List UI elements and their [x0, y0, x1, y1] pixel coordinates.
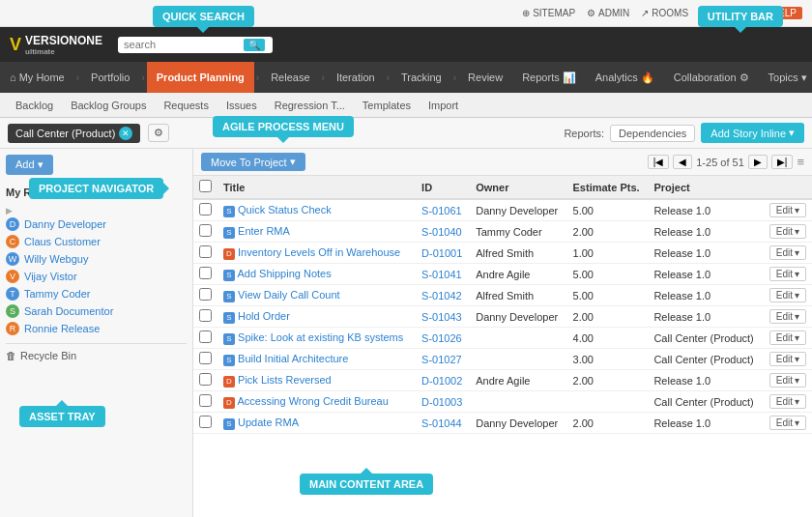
rooms-link[interactable]: ↗ ROOMS — [641, 8, 688, 18]
row-edit[interactable]: Edit ▾ — [764, 413, 812, 434]
story-link[interactable]: Add Shipping Notes — [237, 268, 331, 279]
prev-page-button[interactable]: ◀ — [673, 155, 692, 169]
nav-item-collaboration[interactable]: Collaboration ⚙ — [664, 62, 759, 93]
row-checkbox[interactable] — [193, 221, 218, 243]
edit-button[interactable]: Edit ▾ — [769, 394, 806, 409]
nav-item-iteration[interactable]: Iteration — [327, 62, 385, 93]
nav-item-release[interactable]: Release — [261, 62, 319, 93]
edit-button[interactable]: Edit ▾ — [769, 267, 806, 281]
main-nav: ⌂ My Home › Portfolio › Product Planning… — [0, 62, 812, 93]
search-button[interactable]: 🔍 — [244, 39, 265, 51]
nav-item-analytics[interactable]: Analytics 🔥 — [586, 62, 664, 93]
row-checkbox[interactable] — [193, 199, 218, 221]
move-to-project-button[interactable]: Move To Project ▾ — [201, 153, 305, 171]
row-checkbox[interactable] — [193, 285, 218, 306]
chevron-down-icon: ▾ — [795, 354, 799, 364]
row-checkbox[interactable] — [193, 349, 218, 370]
subnav-regression[interactable]: Regression T... — [267, 98, 353, 113]
row-edit[interactable]: Edit ▾ — [764, 391, 812, 413]
nav-item-tracking[interactable]: Tracking — [392, 62, 451, 93]
next-page-button[interactable]: ▶ — [748, 155, 768, 169]
row-checkbox[interactable] — [193, 391, 218, 413]
row-checkbox[interactable] — [193, 328, 218, 349]
story-link[interactable]: Accessing Wrong Credit Bureau — [237, 395, 388, 407]
story-link[interactable]: Enter RMA — [238, 225, 290, 237]
dropdown-icon: ▾ — [290, 156, 296, 168]
expand-arrow[interactable]: ▶ — [6, 206, 13, 215]
row-edit[interactable]: Edit ▾ — [764, 221, 812, 243]
edit-button[interactable]: Edit ▾ — [769, 245, 806, 260]
nav-item-portfolio[interactable]: Portfolio — [81, 62, 139, 93]
row-edit[interactable]: Edit ▾ — [764, 285, 812, 306]
user-avatar: R — [6, 322, 19, 335]
row-id: S-01040 — [416, 221, 470, 243]
subnav-backlog-groups[interactable]: Backlog Groups — [63, 98, 154, 113]
search-input[interactable] — [124, 39, 240, 50]
sidebar-user-4[interactable]: V Vijay Vistor — [6, 268, 187, 285]
dependencies-button[interactable]: Dependencies — [610, 125, 695, 142]
search-box: 🔍 — [118, 37, 273, 53]
filter-button[interactable]: ≡ — [797, 155, 804, 169]
sidebar-user-5[interactable]: T Tammy Coder — [6, 285, 187, 302]
story-link[interactable]: Inventory Levels Off in Warehouse — [238, 246, 400, 258]
subnav-backlog[interactable]: Backlog — [8, 98, 61, 113]
edit-button[interactable]: Edit ▾ — [769, 330, 806, 345]
help-link[interactable]: ? HELP — [757, 7, 802, 19]
nav-item-reports[interactable]: Reports 📊 — [512, 62, 586, 93]
last-page-button[interactable]: ▶| — [771, 155, 794, 169]
add-button[interactable]: Add ▾ — [6, 155, 53, 175]
row-checkbox[interactable] — [193, 413, 218, 434]
sidebar-user-6[interactable]: S Sarah Documentor — [6, 302, 187, 320]
row-checkbox[interactable] — [193, 264, 218, 285]
add-story-button[interactable]: Add Story Inline ▾ — [701, 123, 804, 143]
row-edit[interactable]: Edit ▾ — [764, 199, 812, 221]
row-checkbox[interactable] — [193, 306, 218, 328]
edit-button[interactable]: Edit ▾ — [769, 352, 806, 366]
admin-user-link[interactable]: 👤 ADMIN — [700, 8, 745, 18]
nav-item-myhome[interactable]: ⌂ My Home — [0, 62, 74, 93]
subnav-import[interactable]: Import — [420, 98, 466, 113]
row-edit[interactable]: Edit ▾ — [764, 264, 812, 285]
row-edit[interactable]: Edit ▾ — [764, 243, 812, 264]
sitemap-icon: ⊕ — [522, 8, 530, 18]
row-edit[interactable]: Edit ▾ — [764, 328, 812, 349]
story-link[interactable]: Build Initial Architecture — [238, 353, 348, 364]
row-edit[interactable]: Edit ▾ — [764, 349, 812, 370]
dropdown-icon: ▾ — [789, 127, 795, 139]
row-edit[interactable]: Edit ▾ — [764, 370, 812, 391]
row-checkbox[interactable] — [193, 370, 218, 391]
row-id: S-01027 — [416, 349, 470, 370]
edit-button[interactable]: Edit ▾ — [769, 416, 806, 430]
story-link[interactable]: Update RMA — [238, 416, 299, 428]
subnav-requests[interactable]: Requests — [156, 98, 216, 113]
nav-item-review[interactable]: Review — [458, 62, 512, 93]
story-link[interactable]: Pick Lists Reversed — [238, 374, 332, 386]
close-project-button[interactable]: ✕ — [119, 127, 132, 140]
story-link[interactable]: View Daily Call Count — [238, 289, 340, 301]
edit-button[interactable]: Edit ▾ — [769, 373, 806, 388]
edit-button[interactable]: Edit ▾ — [769, 309, 806, 324]
row-checkbox[interactable] — [193, 243, 218, 264]
row-pts: 2.00 — [567, 370, 649, 391]
story-link[interactable]: Spike: Look at existing KB systems — [238, 331, 403, 343]
sitemap-link[interactable]: ⊕ SITEMAP — [522, 8, 575, 18]
first-page-button[interactable]: |◀ — [648, 155, 670, 169]
row-edit[interactable]: Edit ▾ — [764, 306, 812, 328]
sidebar-user-1[interactable]: D Danny Developer — [6, 215, 187, 233]
story-link[interactable]: Hold Order — [238, 310, 290, 322]
story-link[interactable]: Quick Status Check — [238, 204, 332, 215]
nav-item-topics[interactable]: Topics ▾ — [759, 62, 812, 93]
sidebar-user-2[interactable]: C Claus Customer — [6, 233, 187, 250]
admin-settings-link[interactable]: ⚙ ADMIN — [587, 8, 629, 18]
nav-item-product-planning[interactable]: Product Planning — [147, 62, 254, 93]
recycle-bin[interactable]: 🗑 Recycle Bin — [6, 350, 187, 361]
subnav-issues[interactable]: Issues — [218, 98, 265, 113]
edit-button[interactable]: Edit ▾ — [769, 224, 806, 239]
edit-button[interactable]: Edit ▾ — [769, 203, 806, 217]
select-all-checkbox[interactable] — [199, 180, 212, 192]
subnav-templates[interactable]: Templates — [355, 98, 419, 113]
project-settings-button[interactable]: ⚙ — [148, 124, 169, 142]
edit-button[interactable]: Edit ▾ — [769, 288, 806, 302]
sidebar-user-7[interactable]: R Ronnie Release — [6, 320, 187, 337]
sidebar-user-3[interactable]: W Willy Webguy — [6, 250, 187, 268]
